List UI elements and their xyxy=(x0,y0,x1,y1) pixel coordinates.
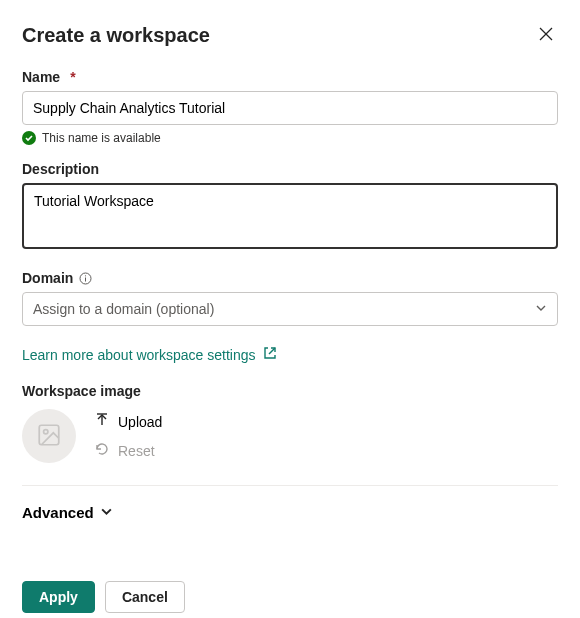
name-availability: This name is available xyxy=(22,131,558,145)
upload-icon xyxy=(94,412,110,431)
description-label: Description xyxy=(22,161,558,177)
availability-text: This name is available xyxy=(42,131,161,145)
upload-label: Upload xyxy=(118,414,162,430)
workspace-image-section: Upload Reset xyxy=(22,409,558,463)
domain-placeholder: Assign to a domain (optional) xyxy=(33,301,214,317)
required-asterisk: * xyxy=(70,69,75,85)
svg-line-5 xyxy=(269,348,275,354)
workspace-image-placeholder xyxy=(22,409,76,463)
description-input[interactable] xyxy=(22,183,558,249)
reset-label: Reset xyxy=(118,443,155,459)
upload-button[interactable]: Upload xyxy=(94,412,162,431)
divider xyxy=(22,485,558,486)
advanced-toggle[interactable]: Advanced xyxy=(22,504,113,521)
domain-label: Domain xyxy=(22,270,558,286)
domain-label-text: Domain xyxy=(22,270,73,286)
dialog-header: Create a workspace xyxy=(22,22,558,49)
workspace-image-label: Workspace image xyxy=(22,383,558,399)
svg-point-4 xyxy=(85,275,86,276)
learn-more-text: Learn more about workspace settings xyxy=(22,347,255,363)
close-icon xyxy=(538,26,554,45)
cancel-button[interactable]: Cancel xyxy=(105,581,185,613)
learn-more-link[interactable]: Learn more about workspace settings xyxy=(22,346,277,363)
reset-button: Reset xyxy=(94,441,162,460)
close-button[interactable] xyxy=(534,22,558,49)
name-label-text: Name xyxy=(22,69,60,85)
info-icon[interactable] xyxy=(79,272,92,285)
undo-icon xyxy=(94,441,110,460)
advanced-label: Advanced xyxy=(22,504,94,521)
svg-point-7 xyxy=(44,429,48,433)
image-icon xyxy=(36,422,62,451)
external-link-icon xyxy=(263,346,277,363)
apply-button[interactable]: Apply xyxy=(22,581,95,613)
name-input[interactable] xyxy=(22,91,558,125)
domain-select[interactable]: Assign to a domain (optional) xyxy=(22,292,558,326)
check-circle-icon xyxy=(22,131,36,145)
name-label: Name* xyxy=(22,69,558,85)
chevron-down-icon xyxy=(100,504,113,521)
dialog-title: Create a workspace xyxy=(22,24,210,47)
chevron-down-icon xyxy=(535,301,547,317)
dialog-footer: Apply Cancel xyxy=(22,581,558,613)
